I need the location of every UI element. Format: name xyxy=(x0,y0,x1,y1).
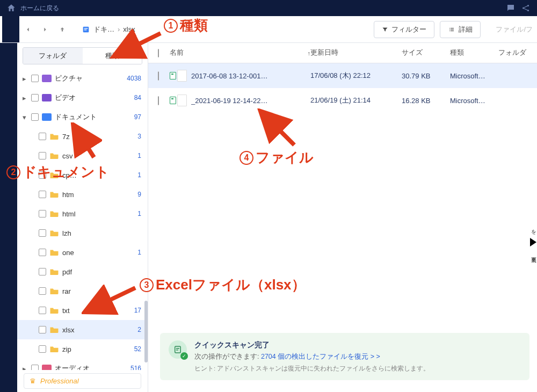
tree-item-html[interactable]: html1 xyxy=(17,204,148,223)
tree-item-one[interactable]: one1 xyxy=(17,243,148,262)
tree-count: 3 xyxy=(137,133,141,140)
tree-item-documents[interactable]: ▾ ドキュメント 97 xyxy=(17,107,148,127)
tree-item-videos[interactable]: ▸ ビデオ 84 xyxy=(17,88,148,107)
tree-item-csv[interactable]: csv1 xyxy=(17,146,148,165)
sidebar: フォルダ 種類 ▸ ピクチャ 4038 ▸ ビデオ 84 xyxy=(0,43,148,392)
checkbox[interactable] xyxy=(31,94,39,101)
tree-label: htm xyxy=(62,191,137,199)
list-icon xyxy=(448,26,455,33)
banner-link[interactable]: 2704 個の検出したファイルを復元 > > xyxy=(261,353,380,360)
file-row[interactable]: 2017-06-08 13-12-001… 17/06/08 (木) 22:12… xyxy=(148,63,537,88)
folder-icon xyxy=(49,171,59,179)
file-thumb xyxy=(170,95,191,106)
tree-item-htm[interactable]: htm9 xyxy=(17,185,148,204)
banner-title: クイックスキャン完了 xyxy=(194,340,430,350)
file-size: 16.28 KB xyxy=(402,97,450,105)
tree-item-xlsx[interactable]: xlsx2 xyxy=(17,320,148,339)
checkbox[interactable] xyxy=(31,365,39,370)
tree-label: html xyxy=(62,210,137,218)
checkbox-all[interactable] xyxy=(158,49,159,57)
chevron-right-icon: ▸ xyxy=(20,75,28,83)
checkbox[interactable] xyxy=(39,171,46,179)
chevron-right-icon: ▸ xyxy=(20,365,28,371)
nav-back[interactable] xyxy=(20,22,35,37)
folder-icon xyxy=(49,287,59,295)
main-panel: 名前↑ 更新日時 サイズ 種類 フォルダ 2017-06-08 13-12-00… xyxy=(148,43,537,392)
tree-item-lzh[interactable]: lzh xyxy=(17,223,148,243)
tab-type[interactable]: 種類 xyxy=(83,48,142,64)
tree-item-audio[interactable]: ▸ オーディオ 516 xyxy=(17,359,148,370)
checkbox[interactable] xyxy=(39,229,46,237)
tree-label: ドキュメント xyxy=(55,112,134,122)
folder-icon xyxy=(49,210,59,217)
col-name[interactable]: 名前↑ xyxy=(170,48,310,57)
checkbox[interactable] xyxy=(31,113,39,121)
sidebar-tabs: フォルダ 種類 xyxy=(23,47,142,64)
checkbox[interactable] xyxy=(39,307,46,314)
detail-button[interactable]: 詳細 xyxy=(440,21,481,38)
tree-label: ビデオ xyxy=(55,93,134,103)
scrollbar-thumb[interactable] xyxy=(144,301,148,362)
tree-item-cp[interactable]: cp…1 xyxy=(17,165,148,185)
upgrade-professional[interactable]: ♛ Professional xyxy=(24,373,141,389)
filter-button[interactable]: フィルター xyxy=(374,21,434,38)
tree-item-rar[interactable]: rar xyxy=(17,281,148,301)
file-list: 2017-06-08 13-12-001… 17/06/08 (木) 22:12… xyxy=(148,63,537,113)
pro-label: Professional xyxy=(40,377,79,385)
checkbox[interactable] xyxy=(31,75,39,82)
checkbox[interactable] xyxy=(39,326,46,333)
tree-label: lzh xyxy=(62,229,141,237)
folder-icon xyxy=(49,229,59,237)
banner-prefix: 次の操作ができます: xyxy=(194,353,261,360)
checkbox[interactable] xyxy=(39,152,46,159)
play-icon[interactable] xyxy=(530,238,536,246)
checkbox[interactable] xyxy=(39,249,46,256)
check-icon: ✓ xyxy=(180,352,188,360)
document-icon xyxy=(82,25,90,34)
tree-count: 1 xyxy=(137,171,141,179)
folder-icon xyxy=(49,249,59,256)
col-date-label: 更新日時 xyxy=(310,49,338,56)
truncated-button[interactable]: ファイル/フ xyxy=(486,25,533,34)
home-label: ホームに戻る xyxy=(20,4,59,13)
tab-folder[interactable]: フォルダ xyxy=(23,48,83,64)
breadcrumb-sep-icon: › xyxy=(118,25,120,33)
file-type: Microsoft… xyxy=(450,72,498,80)
bc-item-2[interactable]: xlsx xyxy=(123,25,135,33)
file-date: 21/06/19 (土) 21:14 xyxy=(310,96,402,105)
nav-up[interactable] xyxy=(55,22,70,37)
nav-forward[interactable] xyxy=(38,22,53,37)
checkbox[interactable] xyxy=(39,345,46,353)
videos-icon xyxy=(42,94,52,101)
home-link[interactable]: ホームに戻る xyxy=(6,3,59,13)
file-row[interactable]: _2021-06-19 12-14-22… 21/06/19 (土) 21:14… xyxy=(148,88,537,113)
file-type: Microsoft… xyxy=(450,97,498,105)
feedback-icon[interactable] xyxy=(506,3,516,13)
checkbox[interactable] xyxy=(39,268,46,275)
checkbox[interactable] xyxy=(158,71,159,81)
tree-label: 7z xyxy=(62,133,137,141)
col-type[interactable]: 種類 xyxy=(450,48,498,57)
tree-item-zip[interactable]: zip52 xyxy=(17,339,148,359)
filter-label: フィルター xyxy=(391,25,426,34)
chevron-right-icon xyxy=(41,26,49,33)
tree-item-pdf[interactable]: pdf xyxy=(17,262,148,281)
checkbox[interactable] xyxy=(39,191,46,198)
tree-item-pictures[interactable]: ▸ ピクチャ 4038 xyxy=(17,69,148,88)
col-folder[interactable]: フォルダ xyxy=(498,48,531,57)
left-edge-bar xyxy=(0,43,17,392)
checkbox[interactable] xyxy=(39,210,46,217)
column-headers: 名前↑ 更新日時 サイズ 種類 フォルダ xyxy=(148,43,537,63)
tree-label: cp… xyxy=(62,171,137,179)
checkbox[interactable] xyxy=(158,96,159,105)
checkbox[interactable] xyxy=(39,133,46,140)
pictures-icon xyxy=(42,75,52,82)
folder-icon xyxy=(49,133,59,140)
tree-item-7z[interactable]: 7z3 xyxy=(17,127,148,146)
checkbox[interactable] xyxy=(39,287,46,295)
col-date[interactable]: 更新日時 xyxy=(310,48,402,57)
col-size[interactable]: サイズ xyxy=(402,48,450,57)
bc-item-1[interactable]: ドキ… xyxy=(93,25,114,34)
share-icon[interactable] xyxy=(521,3,531,13)
tree-item-txt[interactable]: txt17 xyxy=(17,301,148,320)
